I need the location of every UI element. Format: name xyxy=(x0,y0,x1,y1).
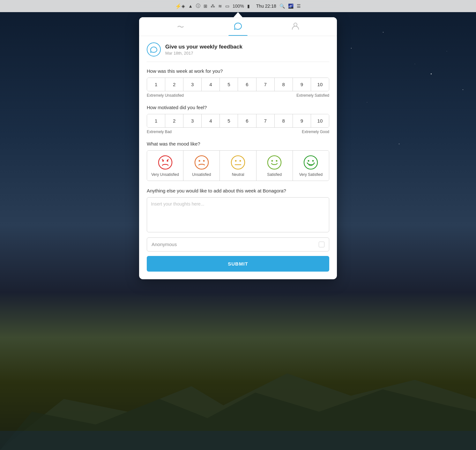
svg-point-18 xyxy=(308,160,309,162)
mood-very-unsatisfied-label: Very Unsatisfied xyxy=(151,172,179,177)
popup-arrow xyxy=(234,12,242,17)
mountains xyxy=(0,348,476,450)
question1-scale: 1 2 3 4 5 6 7 8 9 10 xyxy=(147,78,329,91)
question2-labels: Extremely Bad Extremely Good xyxy=(147,130,329,134)
feedback-date: Mar 18th, 2017 xyxy=(165,51,242,56)
mood-very-unsatisfied[interactable]: Very Unsatisfied xyxy=(147,151,183,181)
scale2-btn-4[interactable]: 4 xyxy=(202,114,220,127)
mood-unsatisfied-label: Unsatisfied xyxy=(192,172,211,177)
mood-very-satisfied-label: Very Satisfied xyxy=(299,172,323,177)
feedback-textarea[interactable] xyxy=(147,197,329,232)
question2-scale: 1 2 3 4 5 6 7 8 9 10 xyxy=(147,114,329,128)
scale1-btn-10[interactable]: 10 xyxy=(311,78,329,91)
mood-scale: Very Unsatisfied Unsatisfied xyxy=(147,150,329,181)
svg-point-8 xyxy=(198,160,200,162)
submit-button[interactable]: SUBMIT xyxy=(147,256,329,272)
mood-unsatisfied[interactable]: Unsatisfied xyxy=(183,151,220,181)
mood-very-satisfied[interactable]: Very Satisfied xyxy=(293,151,329,181)
svg-point-4 xyxy=(159,156,172,169)
feedback-header-icon xyxy=(147,42,161,56)
svg-point-9 xyxy=(203,160,205,162)
tab-profile[interactable] xyxy=(267,22,324,36)
scale1-btn-8[interactable]: 8 xyxy=(275,78,293,91)
scale1-btn-2[interactable]: 2 xyxy=(165,78,183,91)
anonymous-checkbox[interactable] xyxy=(319,242,324,247)
question2-section: How motivated did you feel? 1 2 3 4 5 6 … xyxy=(147,105,329,134)
question1-label-right: Extremely Satisfied xyxy=(296,93,329,98)
question1-labels: Extremely Unsatisfied Extremely Satisfie… xyxy=(147,93,329,98)
mood-satisfied[interactable]: Satisfied xyxy=(257,151,293,181)
feedback-title: Give us your weekly feedback xyxy=(165,44,242,50)
feedback-header-text: Give us your weekly feedback Mar 18th, 2… xyxy=(165,44,242,56)
popup: 〜 xyxy=(139,17,337,279)
svg-point-3 xyxy=(294,23,297,26)
tab-activity[interactable]: 〜 xyxy=(152,22,209,36)
person-icon xyxy=(292,22,299,32)
question2-text: How motivated did you feel? xyxy=(147,105,329,110)
scale2-btn-7[interactable]: 7 xyxy=(257,114,275,127)
grid-icon[interactable]: ⊞ xyxy=(204,4,207,9)
scale1-btn-7[interactable]: 7 xyxy=(257,78,275,91)
pulse-icon[interactable]: ⚡ xyxy=(175,3,182,9)
svg-point-10 xyxy=(231,156,245,169)
scale2-btn-3[interactable]: 3 xyxy=(183,114,202,127)
tab-bar: 〜 xyxy=(139,17,337,36)
scale1-btn-3[interactable]: 3 xyxy=(183,78,202,91)
textarea-label: Anything else you would like to add abou… xyxy=(147,188,329,193)
mood-satisfied-label: Satisfied xyxy=(267,172,282,177)
avatar-icon[interactable]: 🌌 xyxy=(288,4,294,9)
scale2-btn-9[interactable]: 9 xyxy=(293,114,311,127)
scale1-btn-1[interactable]: 1 xyxy=(147,78,165,91)
battery-percent: 100% xyxy=(233,4,244,9)
battery-icon: ▮ xyxy=(247,4,250,9)
scale2-btn-10[interactable]: 10 xyxy=(311,114,329,127)
scale1-btn-9[interactable]: 9 xyxy=(293,78,311,91)
svg-point-11 xyxy=(235,160,237,162)
svg-point-19 xyxy=(312,160,314,162)
popup-content: Give us your weekly feedback Mar 18th, 2… xyxy=(139,36,337,279)
svg-point-14 xyxy=(268,156,281,169)
anonymous-label: Anonymous xyxy=(152,242,177,247)
menubar: ⚡ ◈ ▲ ⓘ ⊞ ⁂ ≋ ▭ 100% ▮ Thu 22:18 🔍 🌌 ☰ xyxy=(0,0,476,12)
svg-point-15 xyxy=(271,160,273,162)
menu-icon[interactable]: ☰ xyxy=(297,4,301,9)
wifi-icon[interactable]: ≋ xyxy=(218,4,222,9)
search-icon[interactable]: 🔍 xyxy=(279,4,285,9)
mood-neutral[interactable]: Neutral xyxy=(220,151,256,181)
scale2-btn-6[interactable]: 6 xyxy=(238,114,256,127)
feedback-header: Give us your weekly feedback Mar 18th, 2… xyxy=(147,42,329,62)
anonymous-row: Anonymous xyxy=(147,237,329,251)
mood-neutral-label: Neutral xyxy=(232,172,244,177)
scale1-btn-5[interactable]: 5 xyxy=(220,78,238,91)
question1-text: How was this week at work for you? xyxy=(147,68,329,74)
tab-feedback[interactable] xyxy=(209,22,267,36)
question3-text: What was the mood like? xyxy=(147,141,329,146)
scale2-btn-5[interactable]: 5 xyxy=(220,114,238,127)
menubar-time: Thu 22:18 xyxy=(256,4,276,9)
scale1-btn-6[interactable]: 6 xyxy=(238,78,256,91)
question1-section: How was this week at work for you? 1 2 3… xyxy=(147,68,329,98)
scale2-btn-8[interactable]: 8 xyxy=(275,114,293,127)
question2-label-left: Extremely Bad xyxy=(147,130,172,134)
scale2-btn-1[interactable]: 1 xyxy=(147,114,165,127)
chat-icon xyxy=(234,22,242,32)
textarea-section: Anything else you would like to add abou… xyxy=(147,188,329,234)
svg-point-16 xyxy=(276,160,278,162)
scale2-btn-2[interactable]: 2 xyxy=(165,114,183,127)
question3-section: What was the mood like? Very Unsatisfied xyxy=(147,141,329,181)
question2-label-right: Extremely Good xyxy=(302,130,329,134)
question1-label-left: Extremely Unsatisfied xyxy=(147,93,184,98)
airplay-icon[interactable]: ▭ xyxy=(225,4,229,9)
svg-rect-2 xyxy=(0,431,476,450)
drive-icon[interactable]: ▲ xyxy=(188,4,193,9)
info-icon[interactable]: ⓘ xyxy=(196,3,200,9)
scale1-btn-4[interactable]: 4 xyxy=(202,78,220,91)
dropbox-icon[interactable]: ◈ xyxy=(182,4,185,9)
svg-point-7 xyxy=(195,156,208,169)
svg-point-12 xyxy=(240,160,241,162)
bluetooth-icon[interactable]: ⁂ xyxy=(211,4,215,9)
svg-point-17 xyxy=(304,156,317,169)
activity-icon: 〜 xyxy=(177,22,184,32)
